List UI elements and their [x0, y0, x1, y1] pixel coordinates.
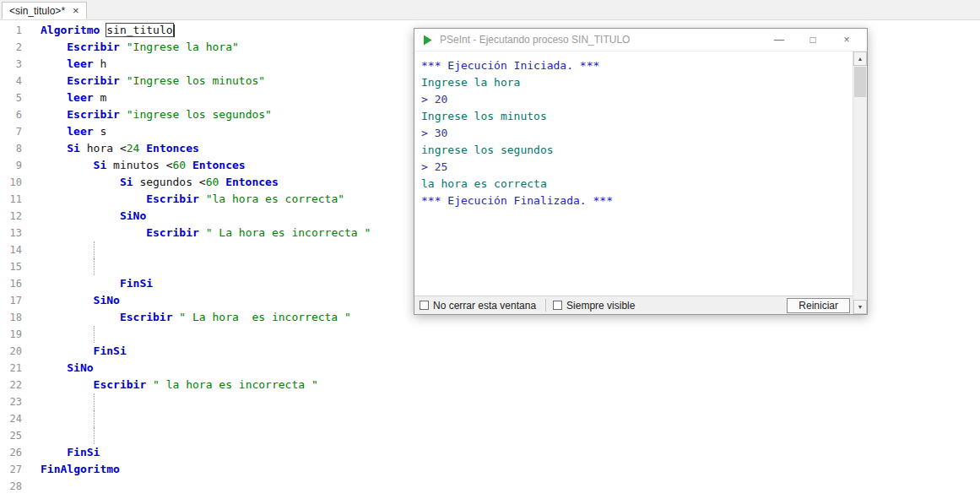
line-number: 14 — [0, 241, 25, 258]
code-line[interactable]: 23 — [0, 393, 980, 410]
maximize-icon[interactable]: □ — [796, 29, 830, 52]
code-text: Escribir "la hora es correcta" — [41, 191, 344, 208]
close-icon[interactable]: × — [830, 29, 864, 52]
indent-guide — [94, 393, 95, 410]
divider — [545, 299, 546, 312]
indent-guide — [94, 427, 95, 444]
token-kw: Escribir — [67, 74, 120, 87]
token-str: "ingrese los segundos" — [127, 108, 272, 121]
code-line[interactable]: 22Escribir " la hora es incorrecta " — [0, 377, 980, 393]
token-kw: Escribir — [94, 378, 147, 391]
console-line: > 30 — [421, 125, 846, 142]
checkbox-label: No cerrar esta ventana — [433, 300, 536, 312]
token-pl — [120, 74, 127, 87]
line-number: 24 — [0, 410, 25, 427]
console-line: > 25 — [421, 159, 846, 176]
code-line[interactable]: 27FinAlgoritmo — [0, 461, 980, 478]
token-str: " la hora es incorrecta " — [153, 378, 318, 391]
tab-close-icon[interactable]: × — [73, 5, 79, 16]
code-text: Escribir "Ingrese la hora" — [41, 39, 239, 56]
tab-sin-titulo[interactable]: <sin_titulo>* × — [2, 2, 87, 19]
token-kw: Si — [67, 142, 80, 155]
token-kw: Escribir — [120, 311, 173, 323]
line-number: 3 — [0, 56, 25, 73]
code-text: leer s — [41, 123, 106, 140]
code-line[interactable]: 24 — [0, 410, 980, 427]
token-pl — [219, 176, 225, 188]
token-kw: leer — [67, 91, 93, 104]
checkbox-siempre-visible[interactable] — [553, 301, 562, 310]
token-pl — [120, 41, 127, 53]
code-line[interactable]: 20FinSi — [0, 343, 980, 360]
line-number: 4 — [0, 73, 25, 89]
checkbox-no-cerrar[interactable] — [420, 301, 429, 310]
line-number: 25 — [0, 427, 25, 444]
token-str: "Ingrese la hora" — [127, 41, 239, 53]
code-text — [41, 258, 95, 275]
token-num: 60 — [173, 159, 187, 171]
token-kw: Si — [94, 159, 107, 171]
token-str: "Ingrese los minutos" — [127, 74, 265, 87]
scrollbar-thumb[interactable] — [854, 67, 866, 97]
line-number: 11 — [0, 191, 25, 208]
console-line: Ingrese la hora — [421, 74, 846, 91]
execution-window: PSeInt - Ejecutando proceso SIN_TITULO —… — [414, 28, 868, 315]
line-number: 15 — [0, 258, 25, 275]
line-number: 23 — [0, 393, 25, 410]
console-line: *** Ejecución Finalizada. *** — [421, 193, 846, 209]
code-text — [41, 393, 95, 410]
restart-button[interactable]: Reiniciar — [787, 298, 850, 313]
scroll-up-icon[interactable]: ▲ — [853, 52, 867, 66]
code-line[interactable]: 26FinSi — [0, 444, 980, 461]
line-number: 8 — [0, 140, 25, 157]
runner-bottom-bar: No cerrar esta ventanaSiempre visible Re… — [414, 296, 853, 314]
code-text: Escribir "ingrese los segundos" — [41, 106, 272, 123]
token-kw: SiNo — [67, 361, 93, 374]
window-controls: — □ × — [762, 29, 864, 52]
code-text: Si minutos <60 Entonces — [41, 157, 246, 174]
line-number: 21 — [0, 360, 25, 377]
token-pl — [199, 193, 206, 205]
token-kw: Entonces — [225, 176, 279, 188]
line-number: 9 — [0, 157, 25, 174]
token-pl: segundos < — [133, 176, 206, 188]
code-line[interactable]: 28 — [0, 478, 980, 495]
code-line[interactable]: 25 — [0, 427, 980, 444]
console-line: Ingrese los minutos — [421, 108, 846, 125]
console-line: > 20 — [421, 91, 846, 108]
code-text: FinSi — [41, 343, 127, 360]
token-kw: Si — [120, 176, 133, 188]
line-number: 5 — [0, 89, 25, 106]
line-number: 20 — [0, 343, 25, 360]
line-number: 13 — [0, 225, 25, 241]
code-text — [41, 326, 95, 343]
minimize-icon[interactable]: — — [762, 29, 796, 52]
indent-guide — [94, 326, 95, 343]
runner-options: No cerrar esta ventanaSiempre visible — [420, 299, 637, 312]
token-str: " La hora es incorrecta " — [206, 226, 371, 239]
line-number: 6 — [0, 106, 25, 123]
scroll-down-icon[interactable]: ▼ — [853, 300, 867, 314]
code-line[interactable]: 19 — [0, 326, 980, 343]
token-kw: leer — [67, 57, 93, 70]
token-num: 24 — [127, 142, 140, 155]
token-str: " La hora es incorrecta " — [179, 311, 351, 323]
runner-title-bar[interactable]: PSeInt - Ejecutando proceso SIN_TITULO —… — [414, 29, 867, 52]
code-text: Si hora <24 Entonces — [41, 140, 199, 157]
token-pl: m — [94, 91, 107, 104]
scrollbar[interactable]: ▲ ▼ — [853, 52, 867, 314]
line-number: 22 — [0, 377, 25, 393]
console-output[interactable]: *** Ejecución Iniciada. ***Ingrese la ho… — [414, 52, 853, 296]
line-number: 10 — [0, 174, 25, 191]
token-pl: s — [94, 125, 107, 138]
algorithm-name-highlight: sin_titulo — [106, 24, 172, 36]
token-kw: Escribir — [67, 41, 120, 53]
code-text: leer m — [41, 89, 106, 106]
indent-guide — [94, 410, 95, 427]
code-text: Escribir " La hora es incorrecta " — [41, 225, 371, 241]
code-line[interactable]: 21SiNo — [0, 360, 980, 377]
line-number: 26 — [0, 444, 25, 461]
line-number: 1 — [0, 22, 25, 39]
token-kw: SiNo — [120, 209, 146, 222]
line-number: 19 — [0, 326, 25, 343]
